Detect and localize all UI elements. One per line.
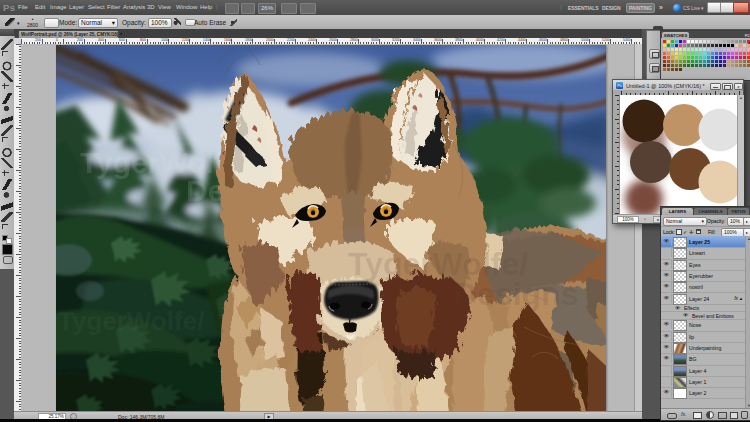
svg-text:TygerWolfe/: TygerWolfe/ — [58, 306, 204, 336]
svg-text:Designs: Designs — [454, 276, 578, 312]
